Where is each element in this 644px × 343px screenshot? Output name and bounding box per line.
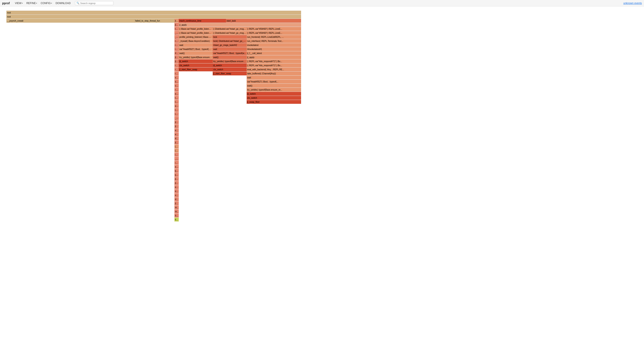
flame-block-r2-b1[interactable]: jl_... [174,23,179,27]
flame-block-extra-9[interactable]: jl_... [174,140,179,144]
flame-block-extra-11[interactable]: (::... [174,149,179,152]
flame-block-r1-b0[interactable]: __psynch_cvwait [6,19,134,23]
flame-block-r9-b2[interactable]: wait() [179,51,213,55]
flame-block-r18-b3[interactable]: try_yieldto(::typeof(Base.ensure_re... [246,88,301,92]
flame-block-extra-4[interactable]: jl_t... [174,120,179,124]
flame-block-r15-b3[interactable]: wait [246,76,301,80]
flame-block-r13-b2[interactable]: jl_start_fiber_swap [179,68,213,71]
flame-block-r14-b1[interactable]: run... [174,72,179,76]
flame-block-r4-b1[interactable]: _st... [174,31,179,35]
flame-block-r12-b1[interactable]: run... [174,64,179,67]
flame-block-extra-19[interactable]: jl_i... [174,181,179,185]
flame-block-extra-12[interactable]: incl... [174,153,179,156]
flame-block-r9-b1[interactable]: #in... [174,51,179,55]
flame-block-r1-b2[interactable]: jl_r... [174,19,179,23]
flame-block-r8-b2[interactable]: var"#wait#552"(::Bool, ::typeof(wait), :… [179,47,213,51]
flame-block-r10-b4[interactable]: jl_apply [246,55,301,59]
flame-block-r7-b4[interactable]: invokelatest [246,43,301,47]
flame-block-r12-b4[interactable]: (::REPL.var"#do_respond#71"(::Bo... [246,64,301,67]
flame-block-r17-b3[interactable]: wait() [246,84,301,88]
flame-block-extra-15[interactable]: ev... [174,165,179,169]
flame-block-r3-b2[interactable]: (::Base.var"#start_profile_listener##0#s… [179,27,213,31]
flame-block-extra-1[interactable]: top... [174,108,179,112]
flame-block-r5-b1[interactable]: _st... [174,35,179,39]
flame-block-extra-5[interactable]: jl_i... [174,124,179,128]
flame-block-extra-0[interactable]: ev... [174,104,179,108]
flame-block-r9-b4[interactable]: jl_f__call_latest [246,51,301,55]
flame-block-r11-b4[interactable]: (::REPL.var"#do_respond#71"(::Bo... [246,59,301,63]
flame-block-r12-b2[interactable]: ctx_switch [179,64,213,67]
flame-block-extra-16[interactable]: ljl_... [174,169,179,173]
search-input[interactable] [80,2,112,4]
view-menu[interactable]: VIEW ▾ [15,2,23,5]
flame-block-r8-b4[interactable]: #invokelatest#1 [246,47,301,51]
flame-block-r19-b3[interactable]: ijl_switch [246,92,301,96]
flame-block-r14-b3[interactable]: jl_start_fiber_swap [213,72,246,76]
flame-block-r13-b3[interactable]: ctx_switch [213,68,246,71]
flame-block-extra-24[interactable]: jl_... [174,202,179,205]
flame-block-extra-14[interactable]: incl... [174,161,179,165]
flame-block-r7-b1[interactable]: run... [174,43,179,47]
flame-block-r4-b4[interactable]: (::REPL.var"#59#60"(::REPL.LineE... [246,31,301,35]
flame-block-extra-20[interactable]: ev... [174,185,179,189]
flame-block-r1-b3[interactable]: mach_continuous_time [179,19,226,23]
search-box[interactable]: 🔍 [75,1,114,5]
flame-block-extra-25[interactable]: ma... [174,206,179,209]
flame-block-r10-b1[interactable]: jl_f... [174,55,179,59]
flame-block-r14-b4[interactable]: take_buffered(::Channel{Any}) [246,72,301,76]
flame-block-r10-b2[interactable]: try_yieldto(::typeof(Base.ensure_resched… [179,55,213,59]
flame-block-extra-28[interactable]: ti... [174,218,179,222]
flame-block-r5-b4[interactable]: run_frontend(::REPL.LineEditREPL, ... [246,35,301,39]
flame-block-r12-b3[interactable]: ijl_switch [213,64,246,67]
flame-block-r5-b2[interactable]: profile_printing_listener(::Base.AsyncCo… [179,35,213,39]
unknown-events-link[interactable]: unknown events [623,2,642,5]
flame-block-r2-b2[interactable]: jl_apply [179,23,301,27]
flame-block-r10-b3[interactable]: wait() [213,55,246,59]
flame-block-r19-b1[interactable]: ev... [174,92,179,96]
flame-block-r6-b2[interactable]: _trywait(::Base.AsyncCondition) [179,39,213,43]
flame-block-extra-2[interactable]: top... [174,112,179,116]
flame-block-r9-b3[interactable]: var"#wait#552"(::Bool, ::typeof(w... [213,51,246,55]
config-menu[interactable]: CONFIG ▾ [40,2,52,5]
flame-block-r8-b3[interactable]: wait [213,47,246,51]
download-menu[interactable]: DOWNLOAD [56,2,71,5]
flame-block-extra-3[interactable]: __r... [174,116,179,120]
flame-block-r6-b4[interactable]: run_interface(::REPL.Terminals.Text... [246,39,301,43]
flame-block-extra-10[interactable]: (::... [174,144,179,148]
flame-block-extra-8[interactable]: do... [174,136,179,140]
flame-block-r7-b2[interactable]: wait [179,43,213,47]
flame-block-r6-b3[interactable]: lock(::Distributed.var"#start_gc_m... [213,39,246,43]
flame-block-r11-b3[interactable]: try_yieldto(::typeof(Base.ensure_re... [213,59,246,63]
flame-block-r4-b3[interactable]: (::Distributed.var"#start_gc_msgs_... [213,31,246,35]
flame-block-r16-b3[interactable]: var"#wait#552"(::Bool, ::typeof(... [246,80,301,84]
flame-block-extra-21[interactable]: ev... [174,189,179,193]
flame-block-root[interactable]: root [6,11,301,14]
flame-block-r1-b4[interactable]: start_task [226,19,301,23]
flame-block-extra-23[interactable]: do... [174,197,179,201]
flame-block-extra-22[interactable]: ev... [174,193,179,197]
flame-block-r3-b4[interactable]: (::REPL.var"#59#60"(::REPL.LineE... [246,27,301,31]
flame-block-r1-b1[interactable]: failed_to_stop_thread_fun [134,19,174,23]
flame-block-r6-b1[interactable]: rep... [174,39,179,43]
flame-block-extra-13[interactable]: _in... [174,157,179,160]
flame-block-r4-b2[interactable]: (::Base.var"#start_profile_listener##0#s… [179,31,213,35]
flame-block-r0-b0[interactable]: root [6,15,301,18]
flame-block-r8-b1[interactable]: inv... [174,47,179,51]
refine-menu[interactable]: REFINE ▾ [26,2,37,5]
flame-block-r21-b1[interactable]: top... [174,100,179,104]
flame-block-r13-b4[interactable]: eval_with_backend(::Any, ::REPL.RE... [246,68,301,71]
flame-block-r11-b2[interactable]: ijl_switch [179,59,213,63]
flame-block-r13-b1[interactable]: run... [174,68,179,71]
flame-block-r16-b1[interactable]: sta... [174,80,179,84]
flame-block-r3-b1[interactable]: tru... [174,27,179,31]
flame-block-extra-26[interactable]: ma... [174,210,179,213]
flame-block-r3-b3[interactable]: (::Distributed.var"#start_gc_msgs_... [213,27,246,31]
flame-block-r17-b1[interactable]: var... [174,84,179,88]
flame-block-extra-27[interactable]: bu... [174,214,179,218]
flame-block-r18-b1[interactable]: rep... [174,88,179,92]
flame-block-r20-b1[interactable]: top... [174,96,179,100]
flame-block-r20-b3[interactable]: ctx_switch [246,96,301,100]
flame-block-r15-b1[interactable]: var... [174,76,179,80]
flame-block-r7-b3[interactable]: #start_gc_msgs_task##2 [213,43,246,47]
flame-block-r21-b3[interactable]: jl_swap_fiber [246,100,301,104]
